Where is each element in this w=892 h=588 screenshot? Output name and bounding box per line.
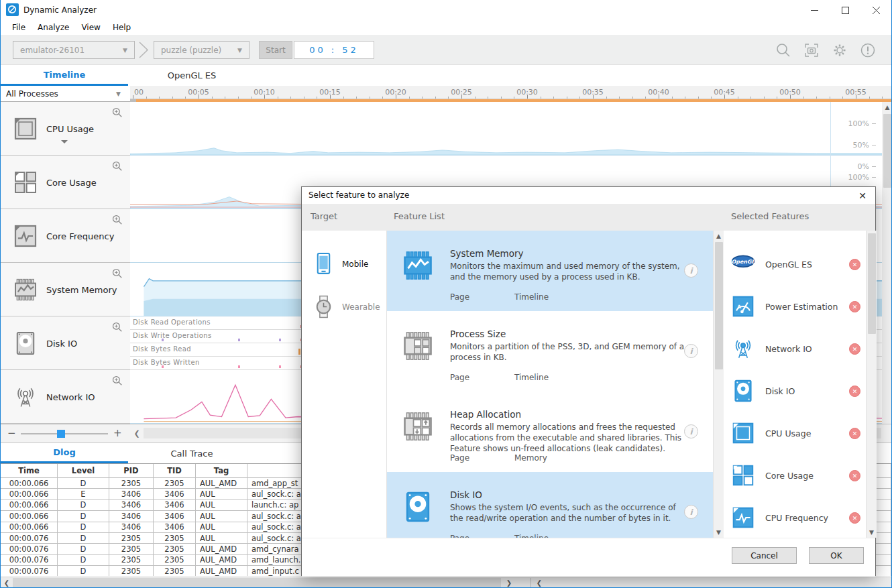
scroll-down-icon[interactable]: ▼ bbox=[714, 527, 724, 538]
menu-help[interactable]: Help bbox=[107, 21, 137, 34]
time-ruler[interactable]: 0000:0500:1000:1500:2000:2500:3000:3500:… bbox=[130, 86, 892, 99]
sidebar-item-cpu-usage[interactable]: CPU Usage bbox=[1, 102, 130, 156]
device-select-value: emulator-26101 bbox=[20, 46, 85, 55]
disk-io-tick bbox=[238, 365, 240, 368]
feature-info-icon[interactable]: i bbox=[684, 505, 698, 519]
scroll-up-icon[interactable]: ▲ bbox=[882, 102, 892, 113]
scroll-up-icon[interactable]: ▲ bbox=[714, 231, 724, 241]
remove-feature-icon[interactable]: ✕ bbox=[849, 470, 860, 481]
tab-call-trace[interactable]: Call Trace bbox=[128, 443, 256, 463]
feature-card-system-memory[interactable]: System MemoryMonitors the maximum and us… bbox=[387, 231, 713, 311]
scroll-left-icon[interactable]: ❮ bbox=[534, 578, 545, 588]
zoom-in-button[interactable]: + bbox=[113, 427, 122, 439]
remove-feature-icon[interactable]: ✕ bbox=[849, 512, 860, 524]
target-wearable[interactable]: Wearable bbox=[302, 286, 387, 329]
table-horizontal-scrollbar[interactable]: ❮ ❯ ❮ bbox=[1, 577, 891, 588]
table-cell: AUL bbox=[196, 533, 247, 543]
start-button[interactable]: Start bbox=[259, 41, 292, 59]
device-select[interactable]: emulator-26101 ▼ bbox=[13, 41, 135, 59]
ruler-minor-tick bbox=[475, 97, 476, 99]
app-select[interactable]: puzzle (puzzle) ▼ bbox=[154, 41, 249, 59]
cpu-icon bbox=[12, 115, 39, 144]
minimize-button[interactable] bbox=[799, 0, 830, 20]
sidebar-item-core-usage[interactable]: Core Usage bbox=[1, 156, 130, 209]
row-expander-icon[interactable] bbox=[60, 137, 68, 141]
scroll-left-icon[interactable]: ❮ bbox=[1, 578, 12, 588]
magnify-chart-icon[interactable] bbox=[111, 375, 123, 387]
ruler-tick bbox=[790, 95, 791, 99]
maximize-button[interactable] bbox=[830, 0, 860, 20]
table-cell: 3406 bbox=[154, 500, 196, 510]
column-header: TID bbox=[154, 464, 196, 477]
sidebar-item-disk-io[interactable]: Disk IO bbox=[1, 316, 130, 370]
magnify-chart-icon[interactable] bbox=[111, 268, 123, 280]
ok-button[interactable]: OK bbox=[809, 547, 864, 564]
menu-file[interactable]: File bbox=[6, 21, 32, 34]
ruler-minor-tick bbox=[290, 97, 291, 99]
feature-title: Disk IO bbox=[450, 489, 482, 500]
dialog-close-icon[interactable]: ✕ bbox=[856, 190, 869, 202]
ruler-minor-tick bbox=[409, 97, 410, 99]
scroll-right-icon[interactable]: ❯ bbox=[504, 578, 514, 588]
sidebar-item-network-io[interactable]: Network IO bbox=[1, 370, 130, 424]
remove-feature-icon[interactable]: ✕ bbox=[849, 386, 860, 397]
disk-subrow-label: Disk Write Operations bbox=[133, 332, 212, 339]
remove-feature-icon[interactable]: ✕ bbox=[849, 259, 860, 270]
feature-card-heap-allocation[interactable]: Heap AllocationRecords all memory alloca… bbox=[387, 392, 713, 472]
magnify-chart-icon[interactable] bbox=[111, 107, 123, 119]
ruler-minor-tick bbox=[738, 97, 738, 99]
cancel-button[interactable]: Cancel bbox=[732, 547, 797, 564]
scroll-left-icon[interactable]: ❮ bbox=[131, 428, 142, 438]
window-title: Dynamic Analyzer bbox=[23, 5, 97, 15]
scroll-down-icon[interactable]: ▼ bbox=[867, 527, 877, 538]
tab-timeline[interactable]: Timeline bbox=[1, 65, 128, 86]
table-cell: AUL_AMD bbox=[196, 478, 247, 488]
chart-row-cpu-usage[interactable] bbox=[130, 102, 892, 156]
axis-scale-label: 0% bbox=[836, 162, 869, 171]
scrollbar-thumb[interactable] bbox=[868, 233, 876, 334]
target-mobile[interactable]: Mobile bbox=[302, 243, 387, 286]
feature-card-process-size[interactable]: Process SizeMonitors a partition of the … bbox=[387, 311, 713, 392]
feature-info-icon[interactable]: i bbox=[684, 344, 698, 358]
chevron-down-icon: ▼ bbox=[123, 47, 127, 54]
chart-sidebar: All Processes ▼ CPU UsageCore UsageCore … bbox=[1, 86, 130, 443]
sidebar-item-system-memory[interactable]: System Memory bbox=[1, 263, 130, 316]
feature-card-disk-io[interactable]: Disk IOShows the system I/O events, such… bbox=[387, 472, 713, 538]
remove-feature-icon[interactable]: ✕ bbox=[849, 428, 860, 439]
scrollbar-thumb[interactable] bbox=[715, 242, 723, 369]
scrollbar-thumb[interactable] bbox=[883, 114, 891, 188]
settings-gear-icon[interactable] bbox=[831, 42, 848, 59]
menu-view[interactable]: View bbox=[75, 21, 106, 34]
magnify-chart-icon[interactable] bbox=[111, 321, 123, 333]
table-cell: 3406 bbox=[154, 522, 196, 532]
timeline-vertical-scrollbar[interactable]: ▲ bbox=[882, 102, 892, 424]
zoom-out-button[interactable]: − bbox=[7, 427, 16, 439]
svg-text:OpenGL: OpenGL bbox=[732, 259, 756, 265]
ruler-minor-tick bbox=[488, 97, 488, 99]
remove-feature-icon[interactable]: ✕ bbox=[849, 343, 860, 355]
scrollbar-thumb[interactable] bbox=[13, 578, 501, 588]
menu-analyze[interactable]: Analyze bbox=[32, 21, 75, 34]
sidebar-item-core-frequency[interactable]: Core Frequency bbox=[1, 209, 130, 263]
tab-opengl-es[interactable]: OpenGL ES bbox=[128, 65, 256, 86]
remove-feature-icon[interactable]: ✕ bbox=[849, 301, 860, 312]
feature-info-icon[interactable]: i bbox=[684, 263, 698, 278]
disk-io-tick bbox=[298, 349, 300, 355]
magnify-chart-icon[interactable] bbox=[111, 214, 123, 226]
feature-list-scrollbar[interactable]: ▲ ▼ bbox=[713, 231, 724, 538]
disk-icon bbox=[730, 378, 756, 406]
zoom-slider-handle[interactable] bbox=[57, 430, 65, 438]
info-icon[interactable] bbox=[859, 42, 877, 59]
magnify-chart-icon[interactable] bbox=[111, 160, 123, 172]
selected-list-scrollbar[interactable]: ▼ bbox=[866, 231, 877, 538]
search-icon[interactable] bbox=[775, 42, 792, 59]
memory-icon bbox=[400, 248, 435, 285]
selected-feature-label: Core Usage bbox=[765, 471, 814, 481]
feature-info-icon[interactable]: i bbox=[684, 424, 698, 438]
process-filter-select[interactable]: All Processes ▼ bbox=[1, 86, 130, 102]
close-button[interactable] bbox=[860, 0, 891, 20]
table-cell: AUL_AMD bbox=[196, 544, 247, 554]
screenshot-icon[interactable] bbox=[803, 42, 820, 59]
tab-dlog[interactable]: Dlog bbox=[1, 443, 128, 463]
feature-list-column-header: Feature List bbox=[394, 211, 445, 221]
